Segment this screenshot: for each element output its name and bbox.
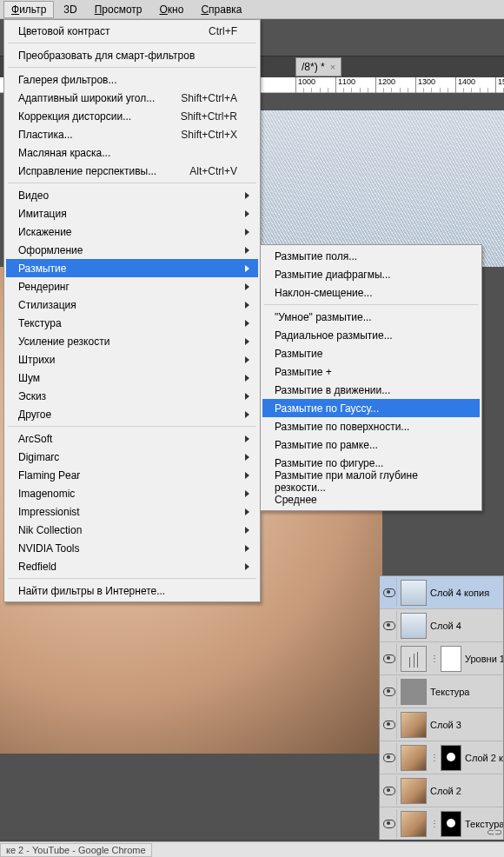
layer-row[interactable]: Текстура — [380, 675, 503, 708]
layer-thumbnail[interactable] — [401, 745, 427, 771]
layer-name[interactable]: Слой 2 — [430, 786, 461, 796]
menu-separator — [8, 183, 256, 183]
layer-name[interactable]: Слой 4 копия — [430, 588, 489, 598]
layer-mask-thumbnail[interactable] — [441, 811, 461, 837]
menu-filter-item[interactable]: Адаптивный широкий угол...Shift+Ctrl+A — [6, 89, 258, 107]
menu-filter-item[interactable]: Цветовой контрастCtrl+F — [6, 22, 258, 40]
layer-row[interactable]: Слой 2 — [380, 774, 503, 807]
menu-blur-item[interactable]: Размытие + — [262, 362, 480, 381]
menu-filter-item[interactable]: Усиление резкости — [6, 332, 258, 350]
layer-row[interactable]: ⋮Уровни 1 — [380, 642, 503, 675]
document-tab[interactable]: /8*) * × — [295, 57, 342, 76]
layer-visibility-toggle[interactable] — [381, 743, 397, 772]
chevron-right-icon — [245, 502, 253, 521]
menu-filter-item[interactable]: Другое — [6, 405, 258, 423]
menu-filter-item[interactable]: Digimarc — [6, 448, 258, 466]
menu-filter-item[interactable]: Nik Collection — [6, 521, 258, 539]
menubar-item-просмотр[interactable]: Просмотр — [87, 1, 150, 18]
menu-blur-item[interactable]: Размытие поля... — [262, 247, 480, 265]
layer-thumbnail[interactable] — [401, 613, 427, 639]
menu-filter-item[interactable]: Преобразовать для смарт-фильтров — [6, 46, 258, 64]
layer-visibility-toggle[interactable] — [381, 809, 397, 838]
layer-visibility-toggle[interactable] — [381, 644, 397, 673]
menu-filter-item[interactable]: Размытие — [6, 259, 258, 277]
menubar-item-фильтр[interactable]: Фильтр — [3, 1, 54, 18]
menu-blur-item[interactable]: Размытие диафрагмы... — [262, 265, 480, 283]
layer-row[interactable]: ⋮Текстура к — [380, 807, 503, 840]
layer-visibility-toggle[interactable] — [381, 578, 397, 607]
layer-row[interactable]: Слой 3 — [380, 708, 503, 741]
menu-blur-item[interactable]: Наклон-смещение... — [262, 283, 480, 302]
eye-icon — [383, 721, 395, 729]
taskbar-item[interactable]: ке 2 - YouTube - Google Chrome — [0, 843, 152, 857]
menu-filter-item[interactable]: Текстура — [6, 314, 258, 332]
menu-blur-item[interactable]: Размытие по рамке... — [262, 435, 480, 454]
menu-item-label: Стилизация — [18, 299, 76, 311]
layer-thumbnail[interactable] — [401, 778, 427, 804]
menu-filter-item[interactable]: Искажение — [6, 223, 258, 241]
menu-blur-item[interactable]: Размытие по поверхности... — [262, 417, 480, 435]
menu-filter-item[interactable]: Пластика...Shift+Ctrl+X — [6, 125, 258, 143]
menubar-item-окно[interactable]: Окно — [151, 1, 191, 18]
layer-thumbnail[interactable] — [401, 580, 427, 606]
menu-separator — [8, 67, 256, 68]
chevron-right-icon — [245, 277, 253, 296]
menubar-item-3d[interactable]: 3D — [56, 1, 84, 18]
menu-filter-item[interactable]: Найти фильтры в Интернете... — [6, 581, 258, 600]
layer-mask-thumbnail[interactable] — [441, 646, 461, 672]
menu-separator — [8, 578, 256, 579]
layer-name[interactable]: Уровни 1 — [465, 654, 503, 664]
menu-item-label: Рендеринг — [18, 281, 70, 293]
menu-filter-item[interactable]: Imagenomic — [6, 484, 258, 502]
layer-thumbnail[interactable] — [401, 712, 427, 738]
layer-visibility-toggle[interactable] — [381, 776, 397, 805]
menu-filter-item[interactable]: Видео — [6, 186, 258, 204]
menu-filter-item[interactable]: Flaming Pear — [6, 466, 258, 484]
menu-blur-item[interactable]: "Умное" размытие... — [262, 308, 480, 326]
layer-row[interactable]: ⋮Слой 2 коп — [380, 741, 503, 774]
menu-filter-item[interactable]: Оформление — [6, 241, 258, 259]
menu-filter-item[interactable]: Redfield — [6, 557, 258, 575]
layer-name[interactable]: Слой 4 — [430, 621, 461, 631]
menu-filter-item[interactable]: Шум — [6, 369, 258, 387]
menu-blur-item[interactable]: Размытие в движении... — [262, 381, 480, 399]
menu-filter-item[interactable]: Галерея фильтров... — [6, 70, 258, 89]
eye-icon — [383, 588, 395, 597]
layer-row[interactable]: Слой 4 копия — [380, 576, 503, 609]
menu-filter-item[interactable]: Эскиз — [6, 387, 258, 405]
menu-filter: Цветовой контрастCtrl+FПреобразовать для… — [3, 19, 261, 602]
menu-blur-item[interactable]: Размытие — [262, 344, 480, 362]
layer-visibility-toggle[interactable] — [381, 611, 397, 640]
menu-filter-item[interactable]: Impressionist — [6, 502, 258, 521]
menu-blur-item[interactable]: Радиальное размытие... — [262, 326, 480, 344]
layer-thumbnail[interactable] — [401, 811, 427, 837]
menu-blur-item[interactable]: Среднее — [262, 490, 480, 508]
menu-filter-item[interactable]: Масляная краска... — [6, 143, 258, 162]
menu-filter-item[interactable]: ArcSoft — [6, 429, 258, 448]
menu-filter-item[interactable]: Коррекция дисторсии...Shift+Ctrl+R — [6, 107, 258, 125]
menu-item-label: Nik Collection — [18, 524, 82, 536]
menu-filter-item[interactable]: NVIDIA Tools — [6, 539, 258, 557]
layer-visibility-toggle[interactable] — [381, 710, 397, 739]
menu-blur-item[interactable]: Размытие при малой глубине резкости... — [262, 472, 480, 490]
layer-thumbnail[interactable] — [401, 646, 427, 672]
menu-blur-item[interactable]: Размытие по Гауссу... — [262, 399, 480, 417]
layer-row[interactable]: Слой 4 — [380, 609, 503, 642]
chevron-right-icon — [245, 521, 253, 539]
layer-name[interactable]: Слой 2 коп — [465, 753, 503, 763]
menu-filter-item[interactable]: Имитация — [6, 204, 258, 223]
menu-item-label: Преобразовать для смарт-фильтров — [18, 50, 195, 62]
menu-filter-item[interactable]: Стилизация — [6, 296, 258, 314]
eye-icon — [383, 754, 395, 762]
close-icon[interactable]: × — [330, 62, 335, 72]
layer-mask-thumbnail[interactable] — [441, 745, 461, 771]
layer-name[interactable]: Текстура — [430, 687, 469, 697]
menu-item-label: Размытие + — [275, 366, 332, 378]
layer-visibility-toggle[interactable] — [381, 677, 397, 706]
menu-filter-item[interactable]: Рендеринг — [6, 277, 258, 296]
menu-filter-item[interactable]: Исправление перспективы...Alt+Ctrl+V — [6, 162, 258, 180]
menubar-item-справка[interactable]: Справка — [193, 1, 249, 18]
layer-thumbnail[interactable] — [401, 679, 427, 705]
layer-name[interactable]: Слой 3 — [430, 720, 461, 730]
menu-filter-item[interactable]: Штрихи — [6, 350, 258, 369]
